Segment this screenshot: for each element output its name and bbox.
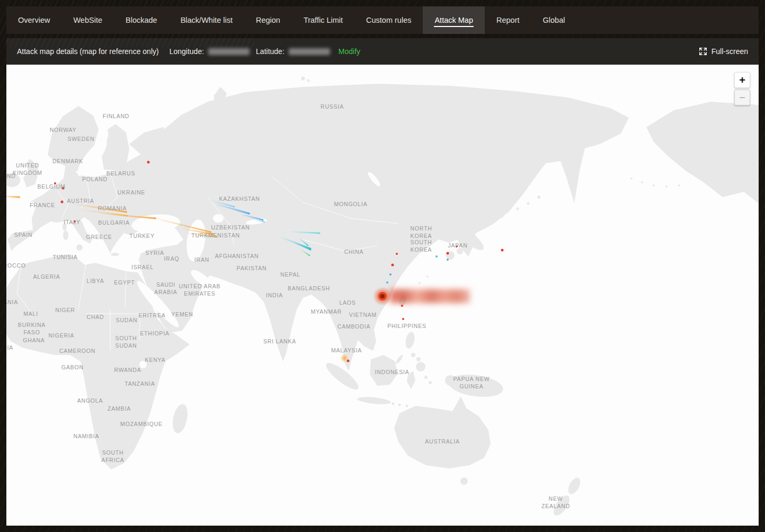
latitude-label: Latitude:: [256, 47, 284, 56]
attack-streak-head: [234, 206, 235, 208]
attack-streak-head: [262, 219, 264, 221]
zoom-control: + −: [734, 72, 750, 105]
longitude-value-redacted: [208, 48, 250, 55]
fullscreen-icon: [699, 47, 707, 56]
zoom-in-button[interactable]: +: [734, 72, 750, 88]
attack-source-dot: [147, 161, 150, 164]
attack-streak: [6, 196, 19, 197]
attack-source-dot: [74, 220, 76, 223]
target-core: [380, 294, 385, 298]
tab-label: WebSite: [73, 14, 103, 26]
modify-link[interactable]: Modify: [339, 47, 360, 56]
attack-source-dot: [501, 249, 504, 252]
attack-streak-head: [264, 221, 265, 223]
attack-source-dot: [447, 252, 449, 255]
attack-map[interactable]: RUSSIAFINLANDNORWAYSWEDENDENMARKUNITED K…: [6, 65, 759, 526]
longitude-label: Longitude:: [170, 47, 204, 56]
tab-label: Attack Map: [434, 14, 474, 27]
attack-streak-head: [248, 212, 250, 215]
tab-report[interactable]: Report: [485, 6, 531, 34]
attack-source-dot: [396, 253, 398, 255]
attack-streak-head: [212, 233, 214, 235]
attack-streak-head: [310, 249, 312, 251]
target-redacted-label: [389, 289, 470, 303]
attack-source-dot: [342, 356, 347, 361]
latitude-value-redacted: [289, 48, 330, 55]
attack-streak-head: [309, 255, 310, 256]
attack-streak-head: [125, 211, 127, 213]
tab-custom-rules[interactable]: Custom rules: [354, 6, 423, 34]
top-nav: OverviewWebSiteBlockadeBlack/White listR…: [6, 6, 759, 34]
fullscreen-label: Full-screen: [711, 47, 748, 56]
tab-attack-map[interactable]: Attack Map: [423, 6, 485, 34]
tab-label: Overview: [17, 14, 50, 26]
tab-region[interactable]: Region: [244, 6, 292, 34]
fullscreen-button[interactable]: Full-screen: [699, 47, 748, 56]
attack-streak-head: [18, 196, 20, 198]
tab-label: Traffic Limit: [303, 14, 343, 26]
attack-source-dot: [447, 259, 449, 261]
attack-map-title: Attack map details (map for reference on…: [17, 47, 159, 56]
tab-label: Region: [255, 14, 281, 26]
tab-black-white-list[interactable]: Black/White list: [169, 6, 244, 34]
tab-blockade[interactable]: Blockade: [114, 6, 169, 34]
tab-label: Custom rules: [366, 14, 412, 26]
attack-source-dot: [401, 305, 403, 307]
tab-traffic-limit[interactable]: Traffic Limit: [292, 6, 354, 34]
attack-source-dot: [389, 273, 392, 276]
tab-label: Global: [542, 14, 566, 26]
tab-website[interactable]: WebSite: [61, 6, 114, 34]
zoom-out-button[interactable]: −: [734, 90, 750, 105]
tab-overview[interactable]: Overview: [6, 6, 61, 34]
attack-source-dot: [62, 187, 65, 190]
attack-source-dot: [54, 182, 56, 184]
attack-streak-head: [210, 232, 212, 233]
attack-source-dot: [61, 201, 64, 203]
tab-label: Black/White list: [180, 14, 233, 26]
attack-source-dot: [435, 255, 438, 258]
attack-source-dot: [386, 281, 388, 283]
attack-map-toolbar: Attack map details (map for reference on…: [6, 38, 759, 65]
attack-source-dot: [402, 318, 404, 320]
tab-global[interactable]: Global: [531, 6, 577, 34]
attack-source-dot: [456, 245, 458, 247]
attack-streak-head: [216, 236, 218, 238]
attack-source-dot: [392, 264, 394, 267]
tab-label: Report: [496, 14, 520, 26]
attack-source-dot: [347, 360, 350, 362]
attack-streak-head: [319, 233, 321, 234]
attack-streak-head: [307, 245, 308, 246]
tab-label: Blockade: [125, 14, 158, 26]
